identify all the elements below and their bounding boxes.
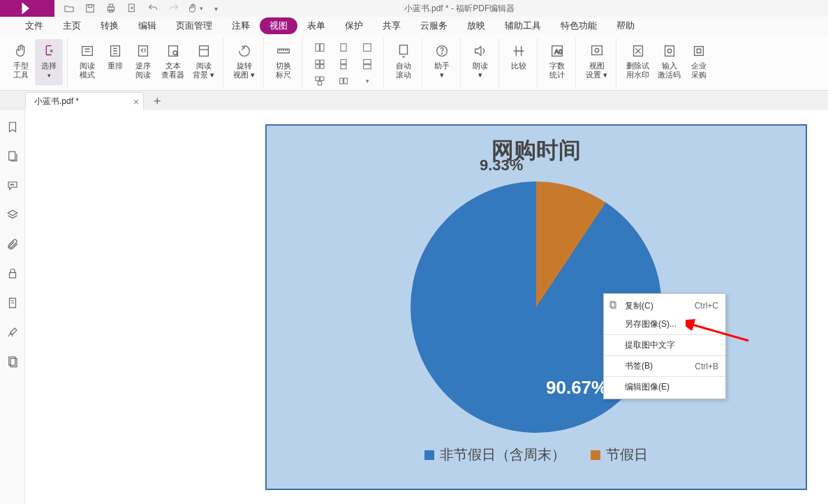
menu-protect[interactable]: 保护 (335, 17, 373, 35)
svg-rect-44 (9, 273, 15, 279)
security-panel-icon[interactable] (6, 267, 20, 281)
document-tab-label: 小蓝书.pdf * (34, 96, 79, 108)
redo-icon[interactable] (165, 1, 183, 16)
word-count-button[interactable]: A0字数统计 (543, 39, 571, 85)
svg-rect-20 (320, 77, 324, 80)
svg-rect-40 (695, 46, 704, 55)
menu-access[interactable]: 辅助工具 (495, 17, 551, 35)
hand-tool-button[interactable]: 手型工具 (7, 39, 35, 85)
window-title: 小蓝书.pdf * - 福昕PDF编辑器 (230, 3, 688, 15)
menu-annotate[interactable]: 注释 (222, 17, 260, 35)
menu-help[interactable]: 帮助 (607, 17, 644, 35)
read-background-button[interactable]: 阅读背景 ▾ (188, 39, 219, 85)
menu-convert[interactable]: 转换 (91, 17, 128, 35)
text-viewer-button[interactable]: 文本查看器 (157, 39, 188, 85)
menu-present[interactable]: 放映 (457, 17, 495, 35)
enterprise-button[interactable]: 企业采购 (685, 39, 713, 85)
svg-rect-26 (344, 78, 348, 84)
svg-rect-38 (665, 45, 674, 56)
ctx-edit-image[interactable]: 编辑图像(E) (604, 376, 725, 396)
attachments-panel-icon[interactable] (6, 237, 20, 251)
left-sidebar (0, 110, 25, 504)
menu-home[interactable]: 主页 (53, 17, 91, 35)
layout-continuous-icon[interactable] (311, 57, 329, 71)
menu-page[interactable]: 页面管理 (166, 17, 222, 35)
svg-rect-13 (316, 43, 319, 51)
menu-feature[interactable]: 特色功能 (551, 17, 607, 35)
document-tab-bar: 小蓝书.pdf * × + (0, 91, 828, 110)
select-tool-button[interactable]: 选择▾ (35, 39, 63, 85)
svg-rect-28 (364, 59, 371, 64)
signatures-panel-icon[interactable] (6, 325, 20, 339)
speak-button[interactable]: 朗读▾ (466, 39, 494, 85)
menu-edit[interactable]: 编辑 (128, 17, 166, 35)
pages-panel-icon[interactable] (6, 149, 20, 163)
document-canvas[interactable]: 网购时间 9.33% 90.67% 非节假日（含周末） 节假日 复制(C)Ctr… (25, 110, 828, 504)
layout-single-icon[interactable] (311, 40, 329, 54)
menu-view[interactable]: 视图 (260, 17, 297, 34)
remove-watermark-button[interactable]: 删除试用水印 (622, 39, 653, 85)
qat-more-icon[interactable]: ▾ (207, 1, 225, 16)
layers-panel-icon[interactable] (6, 208, 20, 222)
svg-rect-8 (139, 45, 148, 56)
svg-rect-17 (316, 64, 319, 68)
menu-cloud[interactable]: 云服务 (411, 17, 457, 35)
svg-rect-16 (320, 60, 324, 64)
reflow-button[interactable]: 重排 (101, 39, 129, 85)
svg-point-32 (442, 53, 443, 54)
layout-facing-icon[interactable] (311, 74, 329, 88)
print-icon[interactable] (102, 1, 120, 16)
chart-title: 网购时间 (267, 135, 806, 166)
document-tab[interactable]: 小蓝书.pdf * × (25, 92, 144, 110)
comments-panel-icon[interactable] (6, 179, 20, 193)
menu-form[interactable]: 表单 (297, 17, 335, 35)
view-settings-button[interactable]: 视图设置 ▾ (582, 39, 612, 85)
save-icon[interactable] (81, 1, 99, 16)
svg-rect-14 (320, 43, 324, 51)
context-menu: 复制(C)Ctrl+C 另存图像(S)... 提取图中文字 书签(B)Ctrl+… (603, 293, 726, 399)
menu-bar: 文件 主页 转换 编辑 页面管理 注释 视图 表单 保护 共享 云服务 放映 辅… (0, 17, 828, 35)
work-area: 网购时间 9.33% 90.67% 非节假日（含周末） 节假日 复制(C)Ctr… (0, 110, 828, 504)
layout-e-icon[interactable] (358, 57, 376, 71)
bookmark-panel-icon[interactable] (6, 120, 20, 134)
ctx-save-image[interactable]: 另存图像(S)... (604, 315, 725, 333)
reverse-read-button[interactable]: 逆序阅读 (129, 39, 157, 85)
toggle-ruler-button[interactable]: 切换标尺 (269, 39, 297, 85)
clipboard-panel-icon[interactable] (6, 355, 20, 369)
undo-icon[interactable] (144, 1, 162, 16)
new-tab-button[interactable]: + (154, 94, 161, 110)
svg-rect-0 (87, 5, 94, 13)
svg-rect-19 (316, 77, 319, 80)
quick-access-toolbar: ▾ ▾ (54, 1, 230, 16)
auto-scroll-button[interactable]: 自动滚动 (390, 39, 417, 85)
layout-b-icon[interactable] (334, 57, 353, 71)
read-mode-button[interactable]: 阅读模式 (73, 39, 101, 85)
title-bar: ▾ ▾ 小蓝书.pdf * - 福昕PDF编辑器 (0, 0, 828, 17)
svg-rect-11 (199, 45, 208, 56)
menu-share[interactable]: 共享 (373, 17, 411, 35)
layout-d-icon[interactable] (358, 40, 376, 54)
ctx-copy[interactable]: 复制(C)Ctrl+C (604, 297, 725, 315)
svg-rect-35 (591, 45, 602, 54)
rotate-view-button[interactable]: 旋转视图 ▾ (229, 39, 259, 85)
activate-button[interactable]: 输入激活码 (653, 39, 685, 85)
compare-button[interactable]: 比较 (505, 39, 533, 85)
ribbon: 手型工具 选择▾ 阅读模式 重排 逆序阅读 文本查看器 阅读背景 ▾ 旋转视图 … (0, 35, 828, 91)
hand-dropdown-icon[interactable]: ▾ (186, 1, 204, 16)
open-icon[interactable] (60, 1, 78, 16)
articles-panel-icon[interactable] (6, 296, 20, 310)
assistant-button[interactable]: 助手▾ (428, 39, 456, 85)
close-tab-icon[interactable]: × (133, 96, 139, 108)
layout-a-icon[interactable] (334, 40, 353, 54)
ctx-bookmark[interactable]: 书签(B)Ctrl+B (604, 355, 725, 375)
layout-f-icon[interactable]: ▾ (358, 74, 376, 88)
layout-c-icon[interactable] (334, 74, 353, 88)
menu-file[interactable]: 文件 (15, 17, 53, 35)
ctx-extract-text[interactable]: 提取图中文字 (604, 334, 725, 354)
svg-rect-49 (612, 302, 616, 308)
export-icon[interactable] (123, 1, 141, 16)
svg-rect-1 (88, 5, 91, 8)
svg-point-36 (595, 48, 599, 52)
svg-rect-41 (8, 151, 15, 160)
svg-rect-6 (82, 46, 93, 55)
